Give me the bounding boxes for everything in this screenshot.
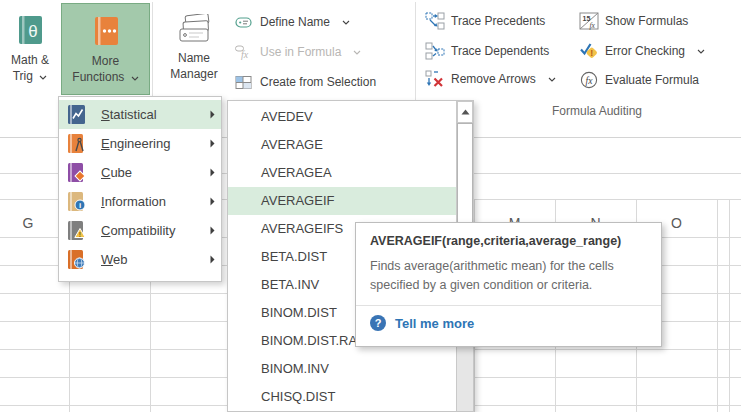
- trace-precedents-icon: [424, 12, 446, 30]
- tell-me-more-link[interactable]: ? Tell me more: [370, 315, 647, 331]
- svg-text:!: !: [79, 231, 81, 238]
- help-icon: ?: [370, 315, 386, 331]
- name-manager-tags-icon: [177, 14, 211, 44]
- svg-text:!: !: [590, 48, 593, 58]
- menu-item-statistical[interactable]: Statistical: [59, 100, 221, 129]
- function-item-averagea[interactable]: AVERAGEA: [228, 159, 456, 187]
- tooltip-separator: [356, 305, 661, 306]
- chevron-down-icon: [131, 76, 139, 81]
- create-from-selection-label: Create from Selection: [260, 75, 376, 89]
- name-tag-icon: [233, 15, 255, 30]
- remove-arrows-button[interactable]: Remove Arrows: [424, 66, 556, 92]
- remove-arrows-label: Remove Arrows: [451, 72, 536, 86]
- trace-dependents-icon: [424, 42, 446, 60]
- chevron-down-icon: [39, 75, 47, 80]
- column-label: G: [0, 209, 56, 237]
- submenu-arrow-icon: [210, 139, 215, 148]
- evaluate-formula-label: Evaluate Formula: [605, 73, 699, 87]
- function-item-chisq-dist[interactable]: CHISQ.DIST: [228, 383, 456, 411]
- submenu-arrow-icon: [210, 197, 215, 206]
- tooltip-title: AVERAGEIF(range,criteria,average_range): [370, 234, 647, 248]
- submenu-arrow-icon: [210, 255, 215, 264]
- define-name-button[interactable]: Define Name: [233, 9, 350, 35]
- menu-item-label: Statistical: [101, 107, 157, 122]
- evaluate-formula-icon: fx: [578, 71, 600, 89]
- more-functions-menu: Statistical Engineering: [58, 96, 222, 282]
- function-item-average[interactable]: AVERAGE: [228, 131, 456, 159]
- submenu-arrow-icon: [210, 110, 215, 119]
- trace-dependents-button[interactable]: Trace Dependents: [424, 38, 549, 64]
- use-in-formula-label: Use in Formula: [260, 45, 341, 59]
- excel-formulas-ribbon-screen: G M N O θ Math & Trig: [0, 0, 741, 412]
- menu-item-cube[interactable]: Cube: [59, 158, 221, 187]
- chevron-down-icon: [342, 20, 350, 25]
- web-book-icon: [67, 249, 87, 270]
- trace-dependents-label: Trace Dependents: [451, 44, 549, 58]
- information-book-icon: i: [67, 191, 87, 212]
- menu-item-label: Compatibility: [101, 223, 175, 238]
- engineering-book-icon: [67, 133, 87, 154]
- use-in-formula-button[interactable]: fx Use in Formula: [233, 39, 361, 65]
- error-checking-icon: !: [578, 42, 600, 60]
- name-manager-label: Name Manager: [170, 50, 217, 82]
- function-item-binom-inv[interactable]: BINOM.INV: [228, 355, 456, 383]
- name-manager-button[interactable]: Name Manager: [158, 3, 230, 95]
- scroll-up-icon: [461, 109, 470, 115]
- menu-item-engineering[interactable]: Engineering: [59, 129, 221, 158]
- math-trig-button[interactable]: θ Math & Trig: [2, 3, 58, 95]
- svg-text:fx: fx: [586, 76, 594, 86]
- more-functions-label: More Functions: [72, 53, 138, 85]
- error-checking-button[interactable]: ! Error Checking: [578, 38, 705, 64]
- menu-item-label: Engineering: [101, 136, 170, 151]
- function-item-avedev[interactable]: AVEDEV: [228, 103, 456, 131]
- chevron-down-icon: [697, 49, 705, 54]
- remove-arrows-icon: [424, 70, 446, 88]
- svg-text:θ: θ: [28, 22, 37, 41]
- trace-precedents-button[interactable]: Trace Precedents: [424, 8, 545, 34]
- function-tooltip: AVERAGEIF(range,criteria,average_range) …: [355, 222, 662, 347]
- svg-text:i: i: [79, 201, 81, 210]
- menu-item-label: Cube: [101, 165, 132, 180]
- fx-tag-icon: fx: [233, 45, 255, 60]
- grid-selection-icon: [233, 75, 255, 90]
- math-trig-book-icon: θ: [15, 14, 45, 46]
- menu-item-web[interactable]: Web: [59, 245, 221, 274]
- compatibility-book-icon: !: [67, 220, 87, 241]
- define-name-label: Define Name: [260, 15, 330, 29]
- menu-item-label: Web: [101, 252, 128, 267]
- more-functions-button[interactable]: More Functions: [61, 3, 150, 95]
- more-functions-book-icon: [91, 15, 121, 47]
- scroll-up-button[interactable]: [457, 101, 473, 123]
- chevron-down-icon: [353, 50, 361, 55]
- menu-item-label: Information: [101, 194, 166, 209]
- chevron-down-icon: [548, 77, 556, 82]
- function-item-averageif[interactable]: AVERAGEIF: [228, 187, 456, 215]
- error-checking-label: Error Checking: [605, 44, 685, 58]
- math-trig-label: Math & Trig: [11, 52, 49, 84]
- cube-book-icon: [67, 162, 87, 183]
- show-formulas-icon: 15 fx: [578, 12, 600, 30]
- show-formulas-button[interactable]: 15 fx Show Formulas: [578, 8, 688, 34]
- submenu-arrow-icon: [210, 226, 215, 235]
- trace-precedents-label: Trace Precedents: [451, 14, 545, 28]
- evaluate-formula-button[interactable]: fx Evaluate Formula: [578, 67, 699, 93]
- menu-item-information[interactable]: i Information: [59, 187, 221, 216]
- svg-text:fx: fx: [590, 21, 596, 30]
- tell-me-more-label: Tell me more: [395, 316, 474, 331]
- show-formulas-label: Show Formulas: [605, 14, 688, 28]
- create-from-selection-button[interactable]: Create from Selection: [233, 69, 376, 95]
- statistical-book-icon: [67, 104, 87, 125]
- menu-item-compatibility[interactable]: ! Compatibility: [59, 216, 221, 245]
- submenu-arrow-icon: [210, 168, 215, 177]
- tooltip-description: Finds average(arithmetic mean) for the c…: [370, 257, 647, 295]
- svg-text:fx: fx: [241, 49, 249, 60]
